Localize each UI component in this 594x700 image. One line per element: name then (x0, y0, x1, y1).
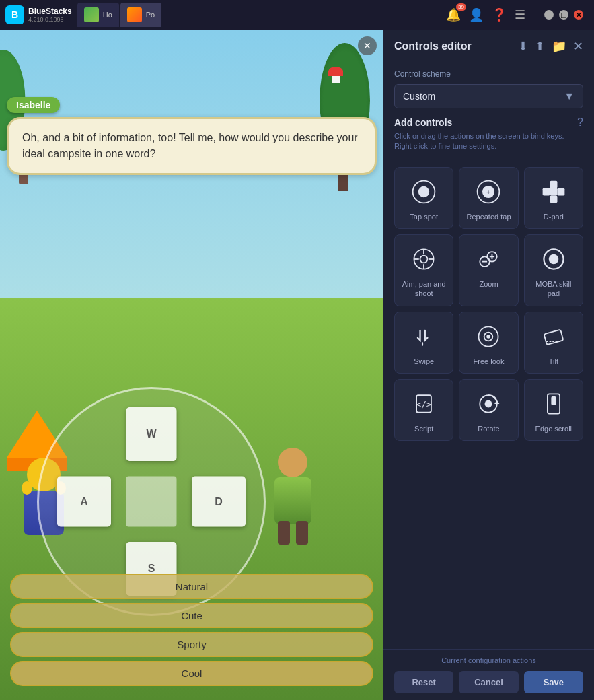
tab-pokemon-label: Po (146, 11, 155, 19)
app-icon: B (5, 5, 24, 24)
scheme-dropdown-arrow: ▼ (564, 90, 574, 102)
svg-text:</>: </> (416, 399, 432, 409)
svg-rect-26 (544, 329, 563, 344)
maximize-button[interactable]: □ (559, 10, 568, 20)
action-buttons: Reset Cancel Save (394, 671, 583, 693)
current-config-label: Current configuration actions (394, 656, 583, 664)
panel-close-button[interactable]: ✕ (573, 39, 583, 54)
dpad-left[interactable]: A (57, 477, 111, 527)
dpad-control-icon (539, 177, 568, 207)
free-look-icon (474, 322, 503, 351)
close-button[interactable]: ✕ (574, 10, 583, 20)
titlebar: B BlueStacks 4.210.0.1095 Ho Po 🔔 39 👤 ❓… (0, 0, 594, 30)
mushroom-decoration (328, 67, 343, 83)
dpad-right[interactable]: D (192, 477, 246, 527)
control-scheme-section: Control scheme Custom ▼ (383, 61, 594, 116)
script-label: Script (414, 424, 433, 433)
add-controls-header: Add controls ? (394, 116, 583, 129)
swipe-icon (409, 322, 439, 351)
svg-rect-5 (550, 180, 557, 188)
zoom-label: Zoom (479, 279, 498, 289)
dpad-right-label: D (215, 495, 223, 508)
dpad-up[interactable]: W (126, 407, 177, 461)
add-controls-section: Add controls ? Click or drag the actions… (383, 116, 594, 167)
reset-button[interactable]: Reset (394, 671, 453, 693)
control-aim-pan-shoot[interactable]: Aim, pan and shoot (394, 234, 453, 306)
spacer (383, 441, 594, 649)
tab-home[interactable]: Ho (77, 3, 119, 27)
minimize-button[interactable]: − (544, 10, 554, 20)
control-moba-skill-pad[interactable]: MOBA skill pad (524, 234, 583, 306)
control-tap-spot[interactable]: Tap spot (394, 167, 453, 229)
save-button[interactable]: Save (524, 671, 583, 693)
notification-icon[interactable]: 🔔 39 (446, 7, 461, 22)
scheme-selector[interactable]: Custom ▼ (394, 84, 583, 108)
tilt-icon (539, 322, 568, 351)
add-controls-desc: Click or drag the actions on the screen … (394, 131, 583, 152)
aim-pan-shoot-icon (409, 244, 439, 274)
controls-grid: Tap spot + Repeated tap (383, 167, 594, 441)
svg-marker-32 (495, 400, 500, 404)
svg-point-11 (420, 256, 428, 263)
answer-sporty[interactable]: Sporty (10, 632, 373, 657)
edge-scroll-icon (539, 389, 568, 419)
tilt-label: Tilt (549, 357, 558, 366)
menu-icon[interactable]: ☰ (515, 7, 525, 22)
dpad-control-label: D-pad (544, 212, 564, 221)
help-icon[interactable]: ❓ (492, 7, 507, 22)
cancel-button[interactable]: Cancel (459, 671, 518, 693)
export-icon[interactable]: ⬆ (535, 39, 545, 54)
titlebar-icons: 🔔 39 👤 ❓ ☰ − □ ✕ (446, 7, 589, 22)
free-look-label: Free look (474, 357, 505, 366)
control-swipe[interactable]: Swipe (394, 312, 453, 374)
answer-cute[interactable]: Cute (10, 603, 373, 628)
moba-skill-pad-label: MOBA skill pad (530, 279, 577, 299)
panel-header: Controls editor ⬇ ⬆ 📁 ✕ (383, 30, 594, 61)
svg-point-31 (485, 400, 492, 408)
dialog-bubble: Oh, and a bit of information, too! Tell … (7, 117, 377, 175)
control-rotate[interactable]: Rotate (459, 379, 518, 441)
folder-icon[interactable]: 📁 (552, 39, 566, 54)
help-icon-controls[interactable]: ? (577, 116, 583, 129)
control-script[interactable]: </> Script (394, 379, 453, 441)
main-content: Isabelle Oh, and a bit of information, t… (0, 30, 594, 700)
answer-cool[interactable]: Cool (10, 661, 373, 686)
moba-skill-pad-icon (539, 244, 568, 274)
svg-rect-8 (557, 188, 564, 195)
import-icon[interactable]: ⬇ (518, 39, 528, 54)
control-repeated-tap[interactable]: + Repeated tap (459, 167, 518, 229)
svg-rect-34 (551, 396, 556, 405)
edge-scroll-label: Edge scroll (535, 424, 572, 433)
control-zoom[interactable]: Zoom (459, 234, 518, 306)
control-edge-scroll[interactable]: Edge scroll (524, 379, 583, 441)
panel-title: Controls editor (394, 40, 472, 53)
add-controls-title: Add controls (394, 117, 452, 128)
svg-text:+: + (487, 188, 490, 195)
svg-point-25 (487, 335, 490, 338)
dpad-down-label: S (148, 563, 155, 575)
aim-pan-shoot-label: Aim, pan and shoot (400, 279, 447, 299)
tab-pokemon[interactable]: Po (120, 3, 161, 27)
control-free-look[interactable]: Free look (459, 312, 518, 374)
zoom-icon (474, 244, 503, 274)
app-logo: B BlueStacks 4.210.0.1095 (5, 5, 72, 24)
close-overlay-button[interactable]: ✕ (358, 36, 377, 55)
repeated-tap-icon: + (474, 177, 503, 207)
rotate-label: Rotate (478, 424, 499, 433)
svg-point-1 (418, 186, 429, 197)
titlebar-tabs: Ho Po (77, 3, 446, 27)
control-tilt[interactable]: Tilt (524, 312, 583, 374)
control-dpad[interactable]: D-pad (524, 167, 583, 229)
script-icon: </> (409, 389, 439, 419)
app-name: BlueStacks (28, 7, 72, 16)
bottom-actions: Current configuration actions Reset Canc… (383, 649, 594, 700)
dpad-left-label: A (80, 495, 88, 508)
account-icon[interactable]: 👤 (469, 7, 484, 22)
dpad-up-label: W (146, 428, 156, 440)
game-area: Isabelle Oh, and a bit of information, t… (0, 30, 383, 700)
app-version: 4.210.0.1095 (28, 16, 72, 23)
window-controls: − □ ✕ (544, 10, 583, 20)
answer-natural[interactable]: Natural (10, 574, 373, 599)
svg-point-22 (549, 254, 559, 265)
dialog-speaker-name: Isabelle (7, 97, 60, 113)
